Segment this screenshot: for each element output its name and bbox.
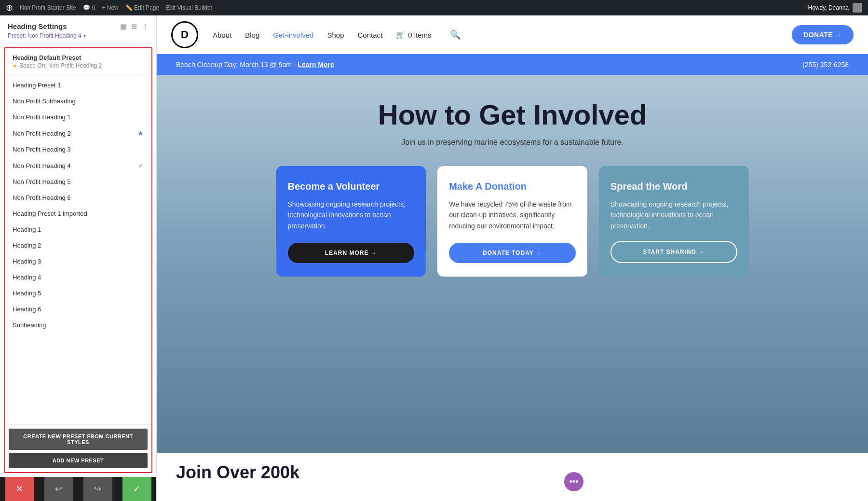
nav-about[interactable]: About — [213, 31, 231, 39]
preset-item[interactable]: Heading 6 — [5, 301, 151, 317]
redo-icon: ↪ — [94, 484, 101, 494]
preset-item-name: Heading 4 — [13, 274, 41, 281]
phone-number: (255) 352-6258 — [802, 61, 849, 69]
new-link[interactable]: + New — [102, 4, 118, 11]
check-icon: ✓ — [133, 484, 140, 494]
nav-blog[interactable]: Blog — [245, 31, 259, 39]
cart-count: 0 items — [408, 31, 431, 39]
hero-title: How to Get Involved — [378, 99, 647, 130]
donation-card: Make A Donation We have recycled 75% of … — [437, 166, 587, 277]
preset-item[interactable]: Non Profit Heading 2★ — [5, 125, 151, 141]
preset-item-name: Heading 5 — [13, 290, 41, 297]
chevron-down-icon: ▾ — [83, 33, 86, 39]
preset-panel: Heading Default Preset ★ Based On: Non P… — [4, 47, 152, 473]
add-preset-button[interactable]: ADD NEW PRESET — [9, 453, 148, 468]
preset-item-name: Heading 3 — [13, 258, 41, 265]
preset-item[interactable]: Non Profit Heading 1 — [5, 109, 151, 125]
start-sharing-button[interactable]: START SHARING → — [610, 241, 737, 263]
preset-item[interactable]: Subheading — [5, 317, 151, 333]
expand-icon[interactable]: ⊞ — [131, 23, 137, 30]
star-badge-icon: ★ — [137, 129, 144, 137]
donate-today-button[interactable]: DONATE TODAY → — [449, 243, 576, 263]
sharing-card-heading: Spread the Word — [610, 181, 737, 192]
avatar — [853, 3, 862, 13]
hero-section: How to Get Involved Join us in preservin… — [157, 75, 868, 453]
default-preset-name: Heading Default Preset — [13, 54, 144, 61]
default-preset-based: ★ Based On: Non Profit Heading 2 — [13, 62, 144, 69]
preset-item[interactable]: Non Profit Heading 3 — [5, 141, 151, 157]
site-name: Non Profit Starter Site — [20, 4, 76, 11]
preset-item-name: Non Profit Heading 2 — [13, 130, 71, 137]
site-logo: D — [171, 21, 198, 48]
search-icon[interactable]: 🔍 — [450, 29, 461, 40]
sharing-card-text: Showcasing ongoing research projects, te… — [610, 199, 737, 231]
preset-item[interactable]: Heading Preset 1 — [5, 77, 151, 93]
learn-more-link[interactable]: Learn More — [298, 61, 334, 69]
preset-item[interactable]: Heading 1 — [5, 222, 151, 237]
preset-item-name: Heading 1 — [13, 226, 41, 233]
preset-item[interactable]: Heading 5 — [5, 285, 151, 301]
preset-item-name: Non Profit Heading 3 — [13, 146, 71, 153]
grid-icon[interactable]: ▦ — [120, 23, 126, 30]
preset-item[interactable]: Heading 3 — [5, 253, 151, 269]
preset-list: Heading Preset 1Non Profit SubheadingNon… — [5, 75, 151, 424]
cards-row: Become a Volunteer Showcasing ongoing re… — [276, 166, 749, 277]
info-bar: Beach Cleanup Day: March 13 @ 9am - Lear… — [157, 54, 868, 75]
preset-item[interactable]: Heading Preset 1 imported — [5, 206, 151, 222]
sharing-card: Spread the Word Showcasing ongoing resea… — [599, 166, 749, 277]
site-nav-links: About Blog Get-involved Shop Contact 🛒 0… — [213, 29, 792, 40]
nav-get-involved[interactable]: Get-involved — [273, 31, 313, 39]
donation-card-heading: Make A Donation — [449, 181, 576, 192]
info-bar-text: Beach Cleanup Day: March 13 @ 9am - Lear… — [176, 61, 334, 69]
more-icon[interactable]: ⋮ — [142, 23, 149, 30]
bottom-section: Join Over 200k ••• — [157, 453, 868, 501]
preset-item[interactable]: Heading 2 — [5, 237, 151, 253]
join-heading: Join Over 200k — [176, 462, 299, 483]
preset-item-name: Non Profit Subheading — [13, 97, 76, 105]
redo-button[interactable]: ↪ — [83, 477, 112, 501]
exit-vb-link[interactable]: Exit Visual Builder — [166, 4, 213, 11]
default-preset-item[interactable]: Heading Default Preset ★ Based On: Non P… — [5, 48, 151, 75]
preset-item-name: Non Profit Heading 4 — [13, 162, 71, 169]
donate-button[interactable]: DONATE → — [792, 25, 854, 44]
preset-item-name: Heading Preset 1 — [13, 82, 61, 89]
preset-item[interactable]: Non Profit Heading 6 — [5, 190, 151, 206]
undo-icon: ↩ — [55, 484, 62, 494]
howdy-text: Howdy, Deanna — [808, 4, 849, 11]
comment-icon: 💬 — [83, 4, 90, 11]
volunteer-card-heading: Become a Volunteer — [288, 181, 415, 192]
preset-item-name: Non Profit Heading 1 — [13, 113, 71, 121]
volunteer-card-text: Showcasing ongoing research projects, te… — [288, 199, 415, 233]
site-nav: D About Blog Get-involved Shop Contact 🛒… — [157, 15, 868, 54]
undo-button[interactable]: ↩ — [44, 477, 73, 501]
nav-cart[interactable]: 🛒 0 items — [396, 30, 431, 39]
preset-item-name: Non Profit Heading 6 — [13, 194, 71, 201]
cart-icon: 🛒 — [396, 30, 405, 39]
preset-item-name: Heading 2 — [13, 242, 41, 249]
wordpress-icon[interactable]: ⊕ — [6, 2, 13, 13]
close-button[interactable]: ✕ — [5, 477, 34, 501]
preset-label[interactable]: Preset: Non Profit Heading 4 ▾ — [8, 32, 149, 39]
save-button[interactable]: ✓ — [122, 477, 151, 501]
more-dots-icon: ••• — [570, 477, 579, 487]
learn-more-button[interactable]: LEARN MORE → — [288, 243, 415, 263]
bottom-toolbar: ✕ ↩ ↪ ✓ — [0, 477, 156, 501]
preset-item[interactable]: Heading 4 — [5, 269, 151, 285]
edit-page-link[interactable]: ✏️ Edit Page — [125, 4, 159, 11]
pencil-icon: ✏️ — [125, 4, 133, 11]
nav-shop[interactable]: Shop — [327, 31, 344, 39]
donation-card-text: We have recycled 75% of the waste from o… — [449, 199, 576, 233]
preset-actions: CREATE NEW PRESET FROM CURRENT STYLES AD… — [5, 424, 151, 472]
preset-item[interactable]: Non Profit Subheading — [5, 93, 151, 109]
preset-item-name: Heading Preset 1 imported — [13, 210, 87, 217]
more-options-button[interactable]: ••• — [564, 472, 583, 491]
hero-subtitle: Join us in preserving marine ecosystems … — [401, 138, 624, 147]
star-icon: ★ — [13, 63, 17, 69]
create-preset-button[interactable]: CREATE NEW PRESET FROM CURRENT STYLES — [9, 429, 148, 450]
preset-item[interactable]: Non Profit Heading 5 — [5, 174, 151, 190]
comment-count[interactable]: 💬 0 — [83, 4, 95, 11]
preset-item[interactable]: Non Profit Heading 4✓ — [5, 157, 151, 174]
sidebar: Heading Settings ▦ ⊞ ⋮ Preset: Non Profi… — [0, 15, 157, 501]
nav-contact[interactable]: Contact — [358, 31, 383, 39]
content-area: D About Blog Get-involved Shop Contact 🛒… — [157, 15, 868, 501]
